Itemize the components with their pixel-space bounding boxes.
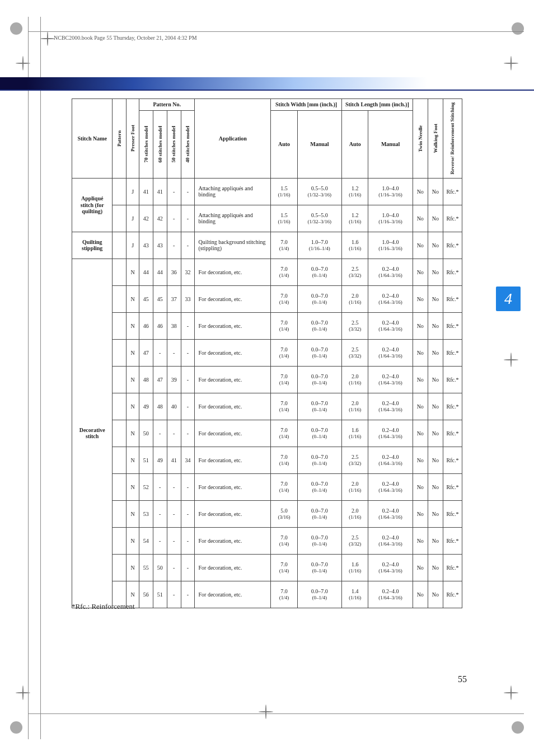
cell: 0.2–4.0(1/64–3/16) — [368, 447, 413, 473]
application-cell: For decoration, etc. — [195, 393, 271, 420]
crop-mark-icon — [504, 353, 518, 367]
cell: 0.2–4.0(1/64–3/16) — [368, 366, 413, 393]
cell: 49 — [139, 393, 153, 420]
cell: - — [167, 339, 181, 366]
stitch-pattern-icon — [113, 500, 127, 527]
cell: - — [167, 473, 181, 500]
cell: No — [428, 312, 443, 339]
cell: Rfc.* — [443, 339, 462, 366]
cell: 0.0–7.0(0–1/4) — [297, 393, 341, 420]
cell: 7.0(1/4) — [271, 447, 298, 473]
cell: No — [413, 178, 428, 205]
cell: 0.2–4.0(1/64–3/16) — [368, 339, 413, 366]
cell: No — [413, 205, 428, 232]
cell: No — [413, 581, 428, 608]
cell: 46 — [153, 312, 167, 339]
th-60: 60 stitches model — [153, 110, 167, 178]
cell: - — [181, 232, 195, 259]
cell: N — [127, 285, 139, 312]
cell: - — [181, 312, 195, 339]
stitch-pattern-icon — [113, 393, 127, 420]
cell: Rfc.* — [443, 420, 462, 447]
cell: 1.4(1/16) — [341, 581, 368, 608]
print-mark-icon — [10, 721, 22, 734]
cell: 2.0(1/16) — [341, 393, 368, 420]
th-pattern: Pattern — [113, 99, 127, 179]
cell: No — [413, 285, 428, 312]
application-cell: For decoration, etc. — [195, 473, 271, 500]
table-row: N494840-For decoration, etc.7.0(1/4)0.0–… — [72, 393, 462, 420]
cell: 2.5(3/32) — [341, 527, 368, 554]
cell: Rfc.* — [443, 285, 462, 312]
cell: No — [413, 339, 428, 366]
stitch-pattern-icon — [113, 285, 127, 312]
cell: 0.0–7.0(0–1/4) — [297, 500, 341, 527]
table-row: N54---For decoration, etc.7.0(1/4)0.0–7.… — [72, 527, 462, 554]
cell: No — [413, 312, 428, 339]
cell: 1.2(1/16) — [341, 178, 368, 205]
cell: No — [428, 205, 443, 232]
application-cell: For decoration, etc. — [195, 447, 271, 473]
table-row: N51494134For decoration, etc.7.0(1/4)0.0… — [72, 447, 462, 473]
chapter-tab: 4 — [496, 287, 521, 311]
cell: N — [127, 581, 139, 608]
cell: 33 — [181, 285, 195, 312]
stitch-pattern-icon — [113, 473, 127, 500]
cell: 0.2–4.0(1/64–3/16) — [368, 581, 413, 608]
cell: 7.0(1/4) — [271, 339, 298, 366]
th-application: Application — [195, 99, 271, 179]
cell: 0.0–7.0(0–1/4) — [297, 366, 341, 393]
cell: J — [127, 205, 139, 232]
cell: - — [167, 232, 181, 259]
th-sl-auto: Auto — [341, 110, 368, 178]
cell: 7.0(1/4) — [271, 232, 298, 259]
cell: 2.5(3/32) — [341, 259, 368, 285]
cell: No — [413, 473, 428, 500]
cell: Rfc.* — [443, 447, 462, 473]
cell: No — [428, 473, 443, 500]
cell: No — [428, 500, 443, 527]
cell: 0.0–7.0(0–1/4) — [297, 527, 341, 554]
application-cell: Quilting background stitching (stippling… — [195, 232, 271, 259]
cell: 0.2–4.0(1/64–3/16) — [368, 554, 413, 581]
cell: 0.0–7.0(0–1/4) — [297, 312, 341, 339]
table-row: N45453733For decoration, etc.7.0(1/4)0.0… — [72, 285, 462, 312]
cell: No — [428, 178, 443, 205]
trim-line — [40, 17, 41, 739]
stitch-pattern-icon — [113, 581, 127, 608]
cell: - — [153, 500, 167, 527]
cell: 37 — [167, 285, 181, 312]
cell: N — [127, 259, 139, 285]
table-row: N47---For decoration, etc.7.0(1/4)0.0–7.… — [72, 339, 462, 366]
application-cell: For decoration, etc. — [195, 581, 271, 608]
cell: 55 — [139, 554, 153, 581]
table-row: N52---For decoration, etc.7.0(1/4)0.0–7.… — [72, 473, 462, 500]
cell: 2.5(3/32) — [341, 312, 368, 339]
cell: 40 — [167, 393, 181, 420]
cell: 53 — [139, 500, 153, 527]
cell: No — [413, 366, 428, 393]
cell: 0.0–7.0(0–1/4) — [297, 447, 341, 473]
cell: 0.0–7.0(0–1/4) — [297, 285, 341, 312]
cell: N — [127, 500, 139, 527]
cell: Rfc.* — [443, 232, 462, 259]
table-row: Decorative stitch N44443632For decoratio… — [72, 259, 462, 285]
cell: 1.6(1/16) — [341, 420, 368, 447]
cell: 0.0–7.0(0–1/4) — [297, 581, 341, 608]
cell: No — [413, 420, 428, 447]
cell: 43 — [153, 232, 167, 259]
cell: 47 — [153, 366, 167, 393]
cell: Rfc.* — [443, 500, 462, 527]
cell: 44 — [139, 259, 153, 285]
cell: 38 — [167, 312, 181, 339]
cell: J — [127, 232, 139, 259]
cell: 7.0(1/4) — [271, 554, 298, 581]
th-70: 70 stitches model — [139, 110, 153, 178]
print-mark-icon — [10, 22, 22, 35]
cell: Rfc.* — [443, 205, 462, 232]
cell: 41 — [139, 178, 153, 205]
cell: 7.0(1/4) — [271, 393, 298, 420]
cell: - — [181, 366, 195, 393]
cell: 7.0(1/4) — [271, 581, 298, 608]
cell: N — [127, 527, 139, 554]
